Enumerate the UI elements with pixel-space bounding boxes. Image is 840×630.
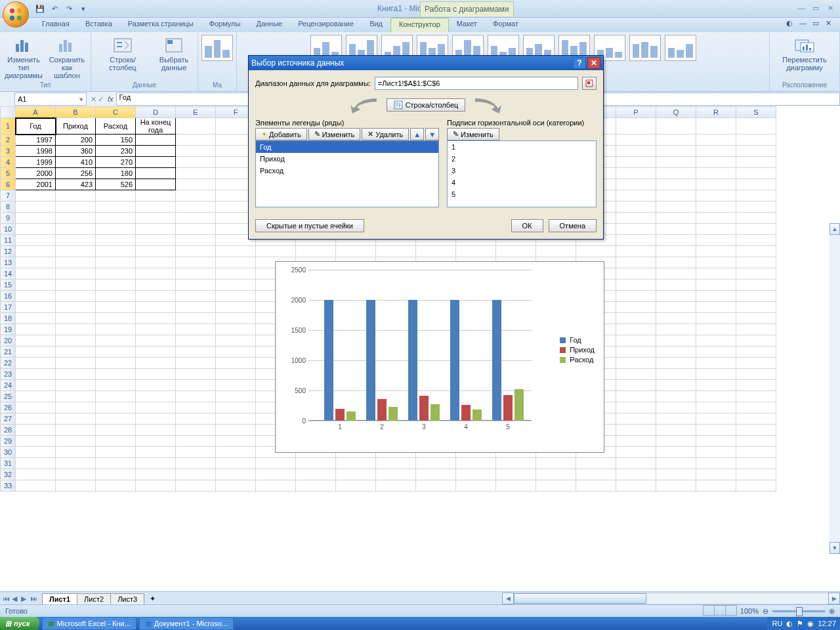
cell[interactable] — [696, 436, 736, 447]
cell[interactable] — [16, 324, 56, 335]
cell[interactable] — [736, 413, 776, 425]
cell[interactable] — [16, 224, 56, 235]
fx-icon[interactable]: fx — [108, 95, 114, 103]
cell[interactable] — [176, 246, 216, 257]
cell[interactable]: 423 — [56, 179, 96, 190]
edit-axis-labels-button[interactable]: ✎Изменить — [447, 128, 499, 140]
cell[interactable] — [736, 458, 776, 469]
cell[interactable] — [656, 458, 696, 469]
cell[interactable] — [16, 447, 56, 458]
cell[interactable] — [216, 302, 256, 313]
cell[interactable] — [616, 268, 656, 280]
cell[interactable] — [576, 480, 616, 492]
cell[interactable] — [96, 313, 136, 324]
cell[interactable] — [696, 201, 736, 213]
sheet-nav-last-icon[interactable]: ⏭ — [30, 595, 39, 603]
cell[interactable] — [56, 369, 96, 380]
cell[interactable]: 410 — [56, 157, 96, 168]
cell[interactable] — [56, 213, 96, 224]
cell[interactable] — [736, 358, 776, 369]
cell[interactable] — [696, 118, 736, 135]
cell[interactable] — [136, 257, 176, 268]
cell[interactable] — [56, 257, 96, 268]
cell[interactable]: 2000 — [16, 168, 56, 179]
cell[interactable] — [656, 190, 696, 201]
cell[interactable] — [696, 425, 736, 436]
tab-formulas[interactable]: Формулы — [201, 18, 249, 32]
cell[interactable]: 230 — [96, 146, 136, 157]
cell[interactable] — [216, 402, 256, 413]
cell[interactable] — [256, 458, 296, 469]
cell[interactable] — [656, 391, 696, 402]
scroll-left-icon[interactable]: ◀ — [502, 593, 514, 604]
category-list[interactable]: 1 2 3 4 5 — [447, 140, 597, 207]
tray-icon[interactable]: ◐ — [786, 620, 793, 628]
cell[interactable] — [736, 302, 776, 313]
legend-item[interactable]: Приход — [560, 346, 595, 354]
cell[interactable]: На конец года — [136, 118, 176, 135]
cell[interactable] — [656, 291, 696, 302]
move-series-up-button[interactable]: ▲ — [410, 128, 424, 140]
cell[interactable] — [16, 436, 56, 447]
cell[interactable] — [216, 369, 256, 380]
cell[interactable]: 180 — [96, 168, 136, 179]
cell[interactable] — [16, 280, 56, 291]
cell[interactable] — [136, 380, 176, 391]
cell[interactable] — [56, 380, 96, 391]
cell[interactable] — [336, 246, 376, 257]
cell[interactable] — [176, 447, 216, 458]
cell[interactable] — [696, 268, 736, 280]
cell[interactable] — [56, 413, 96, 425]
cell[interactable] — [496, 458, 536, 469]
cell[interactable] — [176, 280, 216, 291]
cell[interactable] — [696, 157, 736, 168]
tab-page-layout[interactable]: Разметка страницы — [120, 18, 201, 32]
cell[interactable] — [56, 469, 96, 480]
cell[interactable] — [136, 146, 176, 157]
cell[interactable] — [656, 346, 696, 358]
cell[interactable] — [616, 436, 656, 447]
cell[interactable] — [736, 135, 776, 146]
cell[interactable] — [696, 480, 736, 492]
cell[interactable] — [656, 436, 696, 447]
cell[interactable] — [216, 280, 256, 291]
cell[interactable] — [656, 235, 696, 246]
cell[interactable] — [136, 157, 176, 168]
cell[interactable] — [136, 135, 176, 146]
tab-chart-format[interactable]: Формат — [485, 18, 526, 32]
cell[interactable] — [96, 268, 136, 280]
legend-item[interactable]: Год — [560, 336, 595, 344]
select-data-button[interactable]: Выбрать данные — [156, 35, 192, 72]
name-box[interactable]: A1▾ — [14, 93, 87, 106]
cell[interactable] — [16, 213, 56, 224]
cell[interactable]: 256 — [56, 168, 96, 179]
cell[interactable] — [16, 380, 56, 391]
cell[interactable] — [56, 246, 96, 257]
cell[interactable] — [736, 157, 776, 168]
redo-icon[interactable]: ↷ — [63, 3, 75, 14]
cell[interactable] — [536, 480, 576, 492]
cell[interactable] — [176, 179, 216, 190]
cell[interactable] — [696, 469, 736, 480]
cell[interactable]: 2001 — [16, 179, 56, 190]
cancel-fx-icon[interactable]: ✕ — [91, 95, 96, 104]
win-restore-icon[interactable]: ▭ — [812, 19, 823, 30]
scroll-up-icon[interactable]: ▲ — [830, 223, 840, 235]
vertical-scrollbar[interactable]: ▲ ▼ — [830, 223, 840, 554]
cell[interactable] — [736, 235, 776, 246]
cell[interactable] — [136, 480, 176, 492]
cell[interactable] — [176, 157, 216, 168]
cell[interactable] — [16, 425, 56, 436]
cell[interactable] — [616, 480, 656, 492]
cell[interactable] — [376, 246, 416, 257]
remove-series-button[interactable]: ✕Удалить — [362, 128, 409, 140]
cell[interactable] — [136, 235, 176, 246]
cell[interactable] — [176, 291, 216, 302]
cell[interactable] — [176, 213, 216, 224]
cell[interactable] — [696, 235, 736, 246]
cell[interactable] — [136, 224, 176, 235]
cell[interactable] — [736, 313, 776, 324]
cell[interactable] — [216, 291, 256, 302]
tab-home[interactable]: Главная — [34, 18, 77, 32]
cell[interactable] — [336, 458, 376, 469]
